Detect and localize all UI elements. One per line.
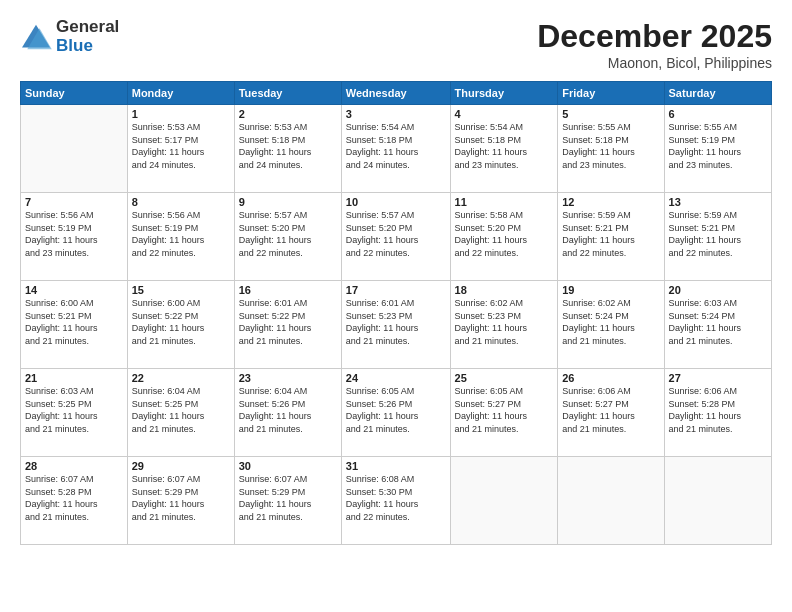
day-number: 28 — [25, 460, 123, 472]
day-number: 24 — [346, 372, 446, 384]
table-row: 12Sunrise: 5:59 AMSunset: 5:21 PMDayligh… — [558, 193, 664, 281]
calendar: Sunday Monday Tuesday Wednesday Thursday… — [20, 81, 772, 545]
header: General Blue December 2025 Maonon, Bicol… — [20, 18, 772, 71]
day-number: 27 — [669, 372, 767, 384]
day-number: 13 — [669, 196, 767, 208]
day-number: 20 — [669, 284, 767, 296]
day-info: Sunrise: 5:53 AMSunset: 5:17 PMDaylight:… — [132, 121, 230, 171]
table-row: 16Sunrise: 6:01 AMSunset: 5:22 PMDayligh… — [234, 281, 341, 369]
table-row: 21Sunrise: 6:03 AMSunset: 5:25 PMDayligh… — [21, 369, 128, 457]
logo-line1: General — [56, 18, 119, 37]
table-row: 10Sunrise: 5:57 AMSunset: 5:20 PMDayligh… — [341, 193, 450, 281]
day-info: Sunrise: 6:04 AMSunset: 5:25 PMDaylight:… — [132, 385, 230, 435]
calendar-week-row: 28Sunrise: 6:07 AMSunset: 5:28 PMDayligh… — [21, 457, 772, 545]
day-number: 29 — [132, 460, 230, 472]
col-sunday: Sunday — [21, 82, 128, 105]
table-row: 2Sunrise: 5:53 AMSunset: 5:18 PMDaylight… — [234, 105, 341, 193]
day-info: Sunrise: 6:01 AMSunset: 5:22 PMDaylight:… — [239, 297, 337, 347]
logo-icon — [20, 23, 52, 51]
table-row: 19Sunrise: 6:02 AMSunset: 5:24 PMDayligh… — [558, 281, 664, 369]
day-number: 30 — [239, 460, 337, 472]
day-number: 15 — [132, 284, 230, 296]
day-number: 3 — [346, 108, 446, 120]
day-info: Sunrise: 6:00 AMSunset: 5:21 PMDaylight:… — [25, 297, 123, 347]
table-row: 27Sunrise: 6:06 AMSunset: 5:28 PMDayligh… — [664, 369, 771, 457]
day-info: Sunrise: 6:08 AMSunset: 5:30 PMDaylight:… — [346, 473, 446, 523]
table-row: 18Sunrise: 6:02 AMSunset: 5:23 PMDayligh… — [450, 281, 558, 369]
table-row: 1Sunrise: 5:53 AMSunset: 5:17 PMDaylight… — [127, 105, 234, 193]
calendar-week-row: 21Sunrise: 6:03 AMSunset: 5:25 PMDayligh… — [21, 369, 772, 457]
calendar-week-row: 7Sunrise: 5:56 AMSunset: 5:19 PMDaylight… — [21, 193, 772, 281]
day-info: Sunrise: 5:57 AMSunset: 5:20 PMDaylight:… — [346, 209, 446, 259]
col-thursday: Thursday — [450, 82, 558, 105]
day-info: Sunrise: 5:59 AMSunset: 5:21 PMDaylight:… — [669, 209, 767, 259]
day-info: Sunrise: 5:53 AMSunset: 5:18 PMDaylight:… — [239, 121, 337, 171]
title-block: December 2025 Maonon, Bicol, Philippines — [537, 18, 772, 71]
day-info: Sunrise: 5:59 AMSunset: 5:21 PMDaylight:… — [562, 209, 659, 259]
day-number: 31 — [346, 460, 446, 472]
table-row — [664, 457, 771, 545]
day-number: 7 — [25, 196, 123, 208]
day-info: Sunrise: 5:54 AMSunset: 5:18 PMDaylight:… — [455, 121, 554, 171]
logo-line2: Blue — [56, 37, 119, 56]
day-number: 6 — [669, 108, 767, 120]
day-info: Sunrise: 6:06 AMSunset: 5:27 PMDaylight:… — [562, 385, 659, 435]
page: General Blue December 2025 Maonon, Bicol… — [0, 0, 792, 612]
table-row: 22Sunrise: 6:04 AMSunset: 5:25 PMDayligh… — [127, 369, 234, 457]
table-row: 20Sunrise: 6:03 AMSunset: 5:24 PMDayligh… — [664, 281, 771, 369]
col-tuesday: Tuesday — [234, 82, 341, 105]
day-info: Sunrise: 6:07 AMSunset: 5:29 PMDaylight:… — [132, 473, 230, 523]
day-info: Sunrise: 6:03 AMSunset: 5:25 PMDaylight:… — [25, 385, 123, 435]
day-info: Sunrise: 6:03 AMSunset: 5:24 PMDaylight:… — [669, 297, 767, 347]
table-row: 11Sunrise: 5:58 AMSunset: 5:20 PMDayligh… — [450, 193, 558, 281]
day-number: 12 — [562, 196, 659, 208]
day-number: 17 — [346, 284, 446, 296]
day-number: 4 — [455, 108, 554, 120]
table-row: 23Sunrise: 6:04 AMSunset: 5:26 PMDayligh… — [234, 369, 341, 457]
col-saturday: Saturday — [664, 82, 771, 105]
day-number: 18 — [455, 284, 554, 296]
day-info: Sunrise: 5:57 AMSunset: 5:20 PMDaylight:… — [239, 209, 337, 259]
day-info: Sunrise: 6:02 AMSunset: 5:24 PMDaylight:… — [562, 297, 659, 347]
day-number: 5 — [562, 108, 659, 120]
table-row: 31Sunrise: 6:08 AMSunset: 5:30 PMDayligh… — [341, 457, 450, 545]
calendar-week-row: 1Sunrise: 5:53 AMSunset: 5:17 PMDaylight… — [21, 105, 772, 193]
table-row: 15Sunrise: 6:00 AMSunset: 5:22 PMDayligh… — [127, 281, 234, 369]
location: Maonon, Bicol, Philippines — [537, 55, 772, 71]
day-info: Sunrise: 5:55 AMSunset: 5:18 PMDaylight:… — [562, 121, 659, 171]
day-info: Sunrise: 5:54 AMSunset: 5:18 PMDaylight:… — [346, 121, 446, 171]
day-info: Sunrise: 6:07 AMSunset: 5:29 PMDaylight:… — [239, 473, 337, 523]
day-info: Sunrise: 5:56 AMSunset: 5:19 PMDaylight:… — [25, 209, 123, 259]
day-number: 25 — [455, 372, 554, 384]
day-number: 10 — [346, 196, 446, 208]
table-row: 14Sunrise: 6:00 AMSunset: 5:21 PMDayligh… — [21, 281, 128, 369]
table-row: 9Sunrise: 5:57 AMSunset: 5:20 PMDaylight… — [234, 193, 341, 281]
calendar-week-row: 14Sunrise: 6:00 AMSunset: 5:21 PMDayligh… — [21, 281, 772, 369]
table-row: 30Sunrise: 6:07 AMSunset: 5:29 PMDayligh… — [234, 457, 341, 545]
day-info: Sunrise: 5:56 AMSunset: 5:19 PMDaylight:… — [132, 209, 230, 259]
day-number: 23 — [239, 372, 337, 384]
day-number: 14 — [25, 284, 123, 296]
col-wednesday: Wednesday — [341, 82, 450, 105]
day-info: Sunrise: 5:58 AMSunset: 5:20 PMDaylight:… — [455, 209, 554, 259]
table-row: 25Sunrise: 6:05 AMSunset: 5:27 PMDayligh… — [450, 369, 558, 457]
table-row: 7Sunrise: 5:56 AMSunset: 5:19 PMDaylight… — [21, 193, 128, 281]
col-monday: Monday — [127, 82, 234, 105]
month-title: December 2025 — [537, 18, 772, 55]
day-number: 9 — [239, 196, 337, 208]
table-row: 29Sunrise: 6:07 AMSunset: 5:29 PMDayligh… — [127, 457, 234, 545]
day-info: Sunrise: 6:06 AMSunset: 5:28 PMDaylight:… — [669, 385, 767, 435]
day-number: 26 — [562, 372, 659, 384]
day-info: Sunrise: 6:02 AMSunset: 5:23 PMDaylight:… — [455, 297, 554, 347]
day-info: Sunrise: 6:00 AMSunset: 5:22 PMDaylight:… — [132, 297, 230, 347]
day-number: 11 — [455, 196, 554, 208]
day-number: 2 — [239, 108, 337, 120]
day-info: Sunrise: 6:05 AMSunset: 5:27 PMDaylight:… — [455, 385, 554, 435]
table-row: 28Sunrise: 6:07 AMSunset: 5:28 PMDayligh… — [21, 457, 128, 545]
day-number: 8 — [132, 196, 230, 208]
table-row: 5Sunrise: 5:55 AMSunset: 5:18 PMDaylight… — [558, 105, 664, 193]
logo: General Blue — [20, 18, 119, 55]
table-row: 24Sunrise: 6:05 AMSunset: 5:26 PMDayligh… — [341, 369, 450, 457]
table-row — [450, 457, 558, 545]
day-info: Sunrise: 6:07 AMSunset: 5:28 PMDaylight:… — [25, 473, 123, 523]
